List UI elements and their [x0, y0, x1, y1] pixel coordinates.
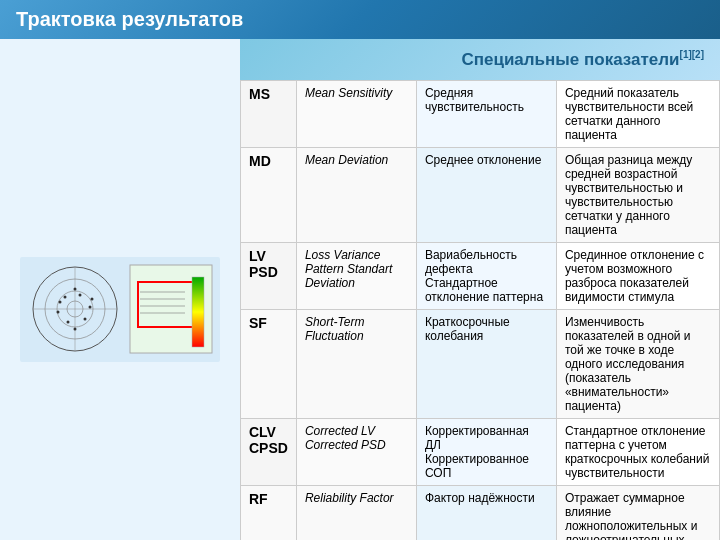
description-cell: Изменчивость показателей в одной и той ж… [556, 309, 719, 418]
indicators-table: MS Mean Sensitivity Средняя чувствительн… [240, 80, 720, 540]
svg-point-15 [74, 328, 77, 331]
russian-name-cell: Краткосрочные колебания [416, 309, 556, 418]
russian-name-cell: Корректированная ДЛ Корректированное СОП [416, 418, 556, 485]
special-title-refs: [1][2] [680, 49, 704, 60]
diagram-wrapper [20, 257, 220, 362]
svg-point-10 [84, 318, 87, 321]
table-row: LV PSD Loss Variance Pattern Standart De… [241, 242, 720, 309]
english-cell: Short-Term Fluctuation [296, 309, 416, 418]
description-cell: Средний показатель чувствительности всей… [556, 80, 719, 147]
svg-point-9 [89, 306, 92, 309]
table-row: SF Short-Term Fluctuation Краткосрочные … [241, 309, 720, 418]
russian-name-cell: Среднее отклонение [416, 147, 556, 242]
eye-diagram-svg [20, 257, 220, 362]
content-area: Специальные показатели[1][2] MS Mean Sen… [0, 39, 720, 540]
abbr-cell: MS [241, 80, 297, 147]
page-header: Трактовка результатов [0, 0, 720, 39]
russian-name-cell: Вариабельность дефекта Стандартное откло… [416, 242, 556, 309]
abbr-cell: MD [241, 147, 297, 242]
abbr-cell: CLV CPSD [241, 418, 297, 485]
svg-point-12 [57, 311, 60, 314]
english-cell: Mean Deviation [296, 147, 416, 242]
svg-point-16 [74, 288, 77, 291]
table-row: CLV CPSD Corrected LV Corrected PSD Корр… [241, 418, 720, 485]
table-row: MS Mean Sensitivity Средняя чувствительн… [241, 80, 720, 147]
right-section: Специальные показатели[1][2] MS Mean Sen… [240, 39, 720, 540]
english-cell: Loss Variance Pattern Standart Deviation [296, 242, 416, 309]
svg-point-8 [79, 294, 82, 297]
russian-name-cell: Средняя чувствительность [416, 80, 556, 147]
svg-rect-23 [192, 277, 204, 347]
special-title-text: Специальные показатели [461, 50, 679, 69]
table-row: MD Mean Deviation Среднее отклонение Общ… [241, 147, 720, 242]
page-title: Трактовка результатов [16, 8, 243, 31]
abbr-cell: SF [241, 309, 297, 418]
abbr-cell: LV PSD [241, 242, 297, 309]
eye-diagram-area [0, 39, 240, 540]
table-row: RF Reliability Factor Фактор надёжности … [241, 485, 720, 540]
svg-point-7 [64, 296, 67, 299]
description-cell: Срединное отклонение с учетом возможного… [556, 242, 719, 309]
description-cell: Стандартное отклонение паттерна с учетом… [556, 418, 719, 485]
russian-name-cell: Фактор надёжности [416, 485, 556, 540]
english-cell: Corrected LV Corrected PSD [296, 418, 416, 485]
svg-point-14 [91, 298, 94, 301]
english-cell: Reliability Factor [296, 485, 416, 540]
abbr-cell: RF [241, 485, 297, 540]
description-cell: Отражает суммарное влияние ложноположите… [556, 485, 719, 540]
table-container: MS Mean Sensitivity Средняя чувствительн… [240, 80, 720, 540]
english-cell: Mean Sensitivity [296, 80, 416, 147]
svg-point-11 [67, 321, 70, 324]
special-title: Специальные показатели[1][2] [240, 39, 720, 80]
description-cell: Общая разница между средней возрастной ч… [556, 147, 719, 242]
svg-point-13 [59, 301, 62, 304]
